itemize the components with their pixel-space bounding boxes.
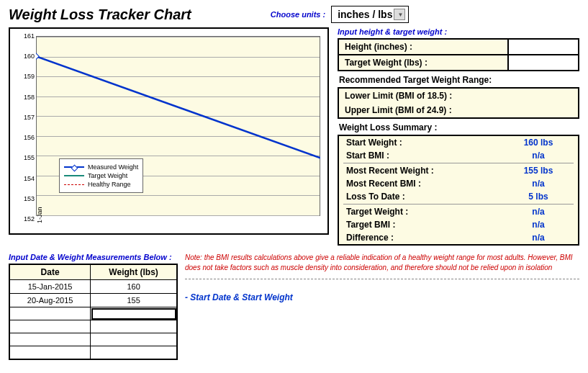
- svg-line-0: [36, 56, 320, 158]
- weight-cell[interactable]: 160: [91, 280, 177, 294]
- summary-value: n/a: [506, 150, 571, 161]
- y-tick: 155: [17, 154, 35, 161]
- summary-value: n/a: [506, 179, 571, 189]
- legend-target: Target Weight: [88, 172, 127, 179]
- summary-row: Target BMI :n/a: [339, 218, 578, 231]
- x-tick: 1-Jan: [36, 207, 43, 223]
- summary-value: n/a: [506, 220, 571, 230]
- entry-header: Input Date & Weight Measurements Below :: [9, 253, 178, 261]
- summary-label: Start BMI :: [346, 150, 506, 161]
- date-cell[interactable]: [9, 333, 91, 346]
- page-title: Weight Loss Tracker Chart: [9, 6, 191, 23]
- summary-value: 160 lbs: [506, 138, 571, 148]
- input-panel-header: Input height & target weight :: [338, 27, 579, 36]
- summary-row: Target Weight :n/a: [339, 205, 578, 218]
- weight-cell[interactable]: [91, 307, 177, 320]
- y-tick: 156: [17, 134, 35, 141]
- summary-label: Target Weight :: [346, 207, 506, 217]
- summary-label: Start Weight :: [346, 138, 506, 148]
- summary-label: Loss To Date :: [346, 192, 506, 202]
- summary-row: Start BMI :n/a: [339, 149, 578, 162]
- upper-limit-label: Upper Limit (BMI of 24.9) :: [339, 103, 578, 117]
- range-panel: Lower Limit (BMI of 18.5) : Upper Limit …: [338, 87, 579, 119]
- weight-cell[interactable]: [91, 333, 177, 346]
- y-tick: 159: [17, 73, 35, 80]
- lower-limit-label: Lower Limit (BMI of 18.5) :: [339, 89, 578, 103]
- summary-value: 5 lbs: [506, 192, 571, 202]
- date-cell[interactable]: [9, 346, 91, 359]
- col-weight: Weight (lbs): [91, 264, 177, 280]
- weight-chart: 1521531541551561571581591601611-JanMeasu…: [9, 27, 329, 235]
- height-input[interactable]: [507, 40, 578, 54]
- bmi-note: Note: the BMI results calculations above…: [185, 253, 579, 273]
- measured-weight-line: [36, 29, 320, 233]
- entry-table: Date Weight (lbs) 15-Jan-201516020-Aug-2…: [9, 264, 178, 360]
- range-header: Recommended Target Weight Range:: [338, 71, 579, 87]
- y-tick: 154: [17, 175, 35, 182]
- summary-label: Difference :: [346, 233, 506, 243]
- y-tick: 160: [17, 53, 35, 60]
- summary-value: n/a: [506, 233, 571, 243]
- y-tick: 152: [17, 215, 35, 223]
- summary-row: Difference :n/a: [339, 231, 578, 244]
- date-cell[interactable]: [9, 307, 91, 320]
- weight-cell[interactable]: [91, 320, 177, 333]
- summary-value: n/a: [506, 207, 571, 217]
- summary-row: Most Recent Weight :155 lbs: [339, 164, 578, 177]
- y-tick: 161: [17, 32, 35, 40]
- summary-row: Start Weight :160 lbs: [339, 136, 578, 149]
- y-tick: 157: [17, 114, 35, 121]
- summary-header: Weight Loss Summary :: [338, 119, 579, 135]
- summary-label: Target BMI :: [346, 220, 506, 230]
- chart-legend: Measured WeightTarget WeightHealthy Rang…: [59, 158, 143, 193]
- y-tick: 153: [17, 195, 35, 202]
- target-weight-label: Target Weight (lbs) :: [339, 55, 507, 70]
- start-note: - Start Date & Start Weight: [185, 292, 579, 302]
- weight-cell[interactable]: 155: [91, 294, 177, 307]
- y-tick: 158: [17, 94, 35, 101]
- col-date: Date: [9, 264, 91, 280]
- legend-measured: Measured Weight: [88, 163, 138, 171]
- divider: [185, 279, 579, 279]
- units-dropdown[interactable]: inches / lbs: [331, 6, 409, 23]
- target-weight-input[interactable]: [507, 55, 578, 70]
- svg-rect-1: [36, 53, 39, 59]
- summary-value: 155 lbs: [506, 166, 571, 176]
- date-cell[interactable]: [9, 320, 91, 333]
- units-label: Choose units :: [271, 10, 325, 19]
- weight-cell[interactable]: [91, 346, 177, 359]
- summary-row: Loss To Date :5 lbs: [339, 190, 578, 203]
- summary-label: Most Recent Weight :: [346, 166, 506, 176]
- legend-healthy: Healthy Range: [88, 181, 131, 188]
- date-cell[interactable]: 20-Aug-2015: [9, 294, 91, 307]
- date-cell[interactable]: 15-Jan-2015: [9, 280, 91, 294]
- summary-row: Most Recent BMI :n/a: [339, 177, 578, 190]
- summary-label: Most Recent BMI :: [346, 179, 506, 189]
- height-label: Height (inches) :: [339, 40, 507, 54]
- summary-panel: Start Weight :160 lbsStart BMI :n/aMost …: [338, 135, 579, 246]
- input-panel: Height (inches) : Target Weight (lbs) :: [338, 38, 579, 71]
